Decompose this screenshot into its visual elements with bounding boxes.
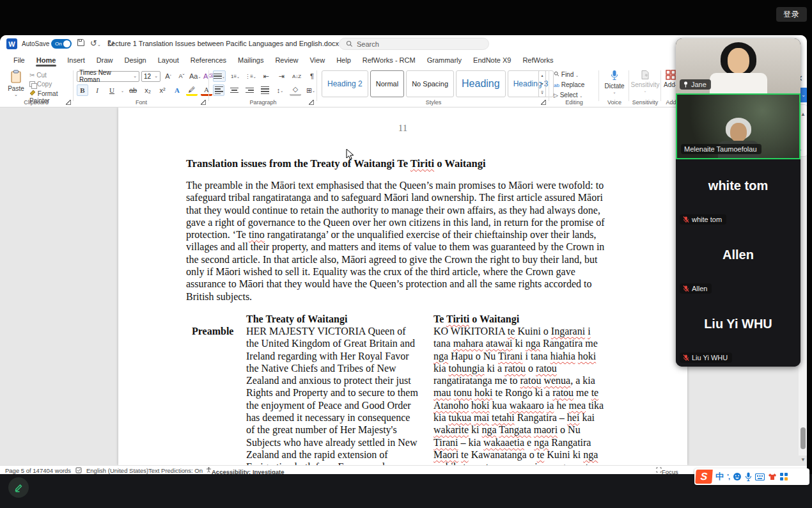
justify-icon[interactable]: [259, 84, 270, 96]
cut-button[interactable]: ✂ Cut: [29, 72, 47, 79]
style-normal[interactable]: Normal: [370, 70, 404, 97]
page-number: 11: [118, 123, 687, 134]
search-input[interactable]: Search: [339, 38, 489, 50]
ime-voice-icon[interactable]: [745, 472, 752, 482]
participant-tile-jane[interactable]: Jane: [676, 38, 800, 93]
search-icon: [346, 40, 353, 47]
find-button[interactable]: Find ⌄: [554, 71, 579, 78]
tab-references[interactable]: References: [185, 54, 232, 67]
replace-button[interactable]: ab Replace: [554, 81, 584, 88]
tab-view[interactable]: View: [304, 54, 331, 67]
dictate-button[interactable]: Dictate ⌄: [601, 70, 628, 94]
ime-logo[interactable]: S: [695, 470, 713, 484]
addins-button[interactable]: Add-: [664, 70, 677, 88]
tab-grammarly[interactable]: Grammarly: [421, 54, 467, 67]
tab-layout[interactable]: Layout: [152, 54, 185, 67]
ime-toolbar[interactable]: S 中 ’,: [694, 468, 809, 485]
ime-language-toggle[interactable]: 中: [715, 471, 724, 482]
style-heading[interactable]: Heading: [456, 70, 506, 97]
subscript-icon[interactable]: x₂: [142, 84, 153, 96]
scroll-up-arrow[interactable]: ▲: [800, 111, 806, 117]
align-center-icon[interactable]: [228, 84, 240, 96]
document-page[interactable]: 11 Translation issues from the Treaty of…: [118, 107, 687, 465]
copy-button[interactable]: Copy: [29, 81, 52, 88]
bullets-icon[interactable]: ⌄: [213, 70, 226, 82]
tab-refworks[interactable]: RefWorks: [517, 54, 559, 67]
tab-design[interactable]: Design: [118, 54, 152, 67]
proofing-icon[interactable]: [75, 467, 82, 474]
ime-toolbox-icon[interactable]: [780, 473, 788, 480]
undo-icon[interactable]: ↺⌄: [90, 38, 101, 48]
ime-skin-icon[interactable]: [768, 473, 777, 480]
grow-font-icon[interactable]: Aˆ: [162, 70, 174, 82]
scrollbar-thumb[interactable]: [800, 427, 806, 449]
tab-refworks-rcm[interactable]: RefWorks - RCM: [357, 54, 421, 67]
tab-help[interactable]: Help: [331, 54, 357, 67]
change-case-icon[interactable]: Aa⌄: [189, 70, 201, 82]
text-effects-icon[interactable]: A: [171, 84, 183, 96]
font-family-combo[interactable]: Times New Roman⌄: [77, 71, 139, 82]
login-button[interactable]: 登录: [776, 7, 807, 22]
tab-insert[interactable]: Insert: [61, 54, 91, 67]
sensitivity-button[interactable]: Sensitivity ⌄: [630, 70, 660, 93]
annotation-pencil-button[interactable]: [8, 477, 29, 498]
status-language[interactable]: English (United States): [86, 467, 148, 474]
italic-button[interactable]: I: [91, 84, 103, 96]
document-title[interactable]: Lecture 1 Translation Issues between Pac…: [107, 40, 371, 47]
decrease-indent-icon[interactable]: ⇤: [260, 70, 272, 82]
shading-icon[interactable]: ◇: [290, 84, 301, 96]
ime-keyboard-icon[interactable]: [755, 473, 765, 480]
tab-home[interactable]: Home: [31, 54, 62, 67]
treaty-english-line: has deemed it necessary in consequence: [246, 412, 425, 424]
tab-mailings[interactable]: Mailings: [232, 54, 269, 67]
highlight-color-icon[interactable]: 🖉: [186, 84, 198, 96]
meeting-participants-panel[interactable]: JaneMelenaite Taumoefolauwhite tomwhite …: [676, 38, 800, 367]
styles-gallery-more[interactable]: ▴▾⊽: [538, 70, 546, 97]
focus-mode-button[interactable]: Focus: [656, 467, 662, 474]
tab-draw[interactable]: Draw: [91, 54, 119, 67]
scroll-down-arrow[interactable]: ▼: [800, 457, 806, 463]
align-left-icon[interactable]: [213, 84, 224, 96]
style-nospacing[interactable]: No Spacing: [406, 70, 454, 97]
participant-name-large: Liu Yi WHU: [676, 317, 800, 331]
treaty-maori-line: wakarite ki nga Tangata maori o Nu: [433, 424, 613, 436]
align-right-icon[interactable]: [244, 84, 255, 96]
strikethrough-icon[interactable]: ab: [127, 84, 139, 96]
tab-review[interactable]: Review: [269, 54, 304, 67]
font-size-combo[interactable]: 12⌄: [141, 71, 160, 82]
ime-emoji-icon[interactable]: [733, 472, 742, 481]
ribbon-group-editing: Find ⌄ ab Replace ▷ Select ⌄ Editing: [551, 67, 597, 107]
shrink-font-icon[interactable]: Aˇ: [176, 70, 187, 82]
sort-icon[interactable]: A↓Z: [291, 70, 302, 82]
select-button[interactable]: ▷ Select ⌄: [554, 91, 582, 99]
status-accessibility[interactable]: Accessibility: Investigate: [206, 467, 212, 474]
status-words[interactable]: 7404 words: [40, 467, 71, 474]
word-app-icon[interactable]: W: [6, 38, 17, 49]
participant-tile-melenaite-taumoefolau[interactable]: Melenaite Taumoefolau: [676, 93, 800, 159]
save-icon[interactable]: [77, 38, 85, 49]
increase-indent-icon[interactable]: ⇥: [276, 70, 287, 82]
status-predictions[interactable]: Text Predictions: On: [148, 467, 203, 474]
style-heading2[interactable]: Heading 2: [322, 70, 368, 97]
line-spacing-icon[interactable]: ↕⌄: [274, 84, 286, 96]
borders-icon[interactable]: ⊞⌄: [305, 84, 316, 96]
bold-button[interactable]: B: [77, 84, 88, 96]
tab-file[interactable]: File: [8, 54, 31, 67]
tab-endnote-x9[interactable]: EndNote X9: [467, 54, 517, 67]
status-page[interactable]: Page 5 of 14: [5, 467, 40, 474]
participant-tile-allen[interactable]: AllenAllen: [676, 228, 800, 298]
clipboard-dialog-launcher[interactable]: [66, 100, 71, 105]
paragraph-dialog-launcher[interactable]: [309, 100, 314, 105]
style-heading3[interactable]: Heading 3: [508, 70, 554, 97]
participant-tile-liu-yi-whu[interactable]: Liu Yi WHULiu Yi WHU: [676, 298, 800, 367]
autosave-toggle[interactable]: On: [51, 39, 72, 49]
participant-tile-white-tom[interactable]: white tomwhite tom: [676, 159, 800, 228]
styles-dialog-launcher[interactable]: [541, 100, 546, 105]
underline-button[interactable]: U: [106, 84, 118, 96]
numbering-icon[interactable]: 1≡⌄: [230, 70, 241, 82]
multilevel-list-icon[interactable]: ⋮≡⌄: [245, 70, 256, 82]
superscript-icon[interactable]: x²: [157, 84, 168, 96]
ime-punctuation-toggle[interactable]: ’,: [727, 473, 730, 480]
font-dialog-launcher[interactable]: [201, 100, 206, 105]
paste-button[interactable]: Paste ⌄: [5, 70, 27, 97]
